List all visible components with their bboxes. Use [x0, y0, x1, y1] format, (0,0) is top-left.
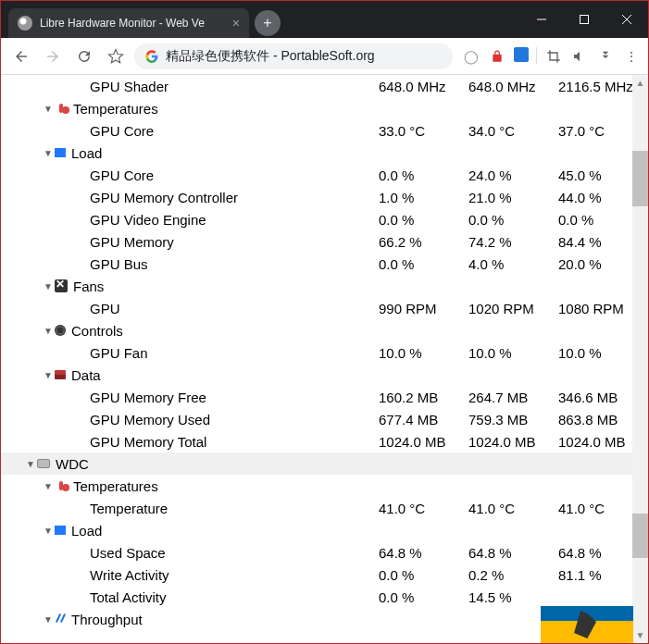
thermo-icon [59, 104, 63, 113]
expand-chevron-icon[interactable]: ▼ [42, 526, 55, 536]
row-label: GPU [90, 301, 120, 316]
row-label: GPU Memory Free [90, 390, 206, 405]
row-label: Throughput [71, 612, 143, 627]
row-label: GPU Bus [90, 256, 148, 272]
value-cell: 0.0 % [379, 212, 468, 228]
tree-row[interactable]: GPU Memory Used677.4 MB759.3 MB863.8 MB [1, 408, 648, 430]
tree-row[interactable]: Temperature41.0 °C41.0 °C41.0 °C [1, 497, 648, 519]
chevrons-icon[interactable] [596, 47, 615, 66]
value-cell: 33.0 °C [379, 123, 468, 139]
crop-icon[interactable] [544, 47, 563, 66]
tree-row[interactable]: Used Space64.8 %64.8 %64.8 % [1, 541, 648, 564]
thermo-icon [59, 481, 63, 490]
new-tab-button[interactable]: + [255, 10, 281, 36]
tree-row[interactable]: Write Activity0.0 %0.2 %81.1 % [1, 564, 648, 586]
browser-toolbar: 精品绿色便携软件 - PortableSoft.org ◯ ⋮ [1, 38, 648, 75]
maximize-button[interactable] [563, 1, 605, 38]
scrollbar[interactable]: ▲ ▼ [632, 75, 648, 643]
tree-row[interactable]: GPU Memory66.2 %74.2 %84.4 % [1, 230, 648, 253]
tree-row[interactable]: ▼WDC [1, 452, 648, 475]
extension-icon[interactable] [514, 47, 529, 62]
row-label: Controls [71, 323, 123, 339]
row-label: Write Activity [90, 567, 169, 583]
value-cell: 0.0 % [379, 567, 468, 583]
tree-row[interactable]: GPU Fan10.0 %10.0 %10.0 % [1, 341, 648, 364]
tree-row[interactable]: GPU Memory Free160.2 MB264.7 MB346.6 MB [1, 386, 648, 408]
address-text: 精品绿色便携软件 - PortableSoft.org [166, 48, 375, 65]
expand-chevron-icon[interactable]: ▼ [42, 326, 55, 336]
value-cell: 64.8 % [468, 545, 558, 561]
bookmark-star-icon[interactable] [103, 43, 129, 69]
value-cell: 990 RPM [379, 301, 468, 316]
expand-chevron-icon[interactable]: ▼ [42, 104, 55, 114]
tree-row[interactable]: GPU Core33.0 °C34.0 °C37.0 °C [1, 119, 648, 142]
tree-row[interactable]: ▼Controls [1, 319, 648, 341]
back-button[interactable] [8, 43, 34, 69]
value-cell: 34.0 °C [468, 123, 558, 139]
tree-row[interactable]: GPU Core0.0 %24.0 %45.0 % [1, 164, 648, 186]
value-cell: 41.0 °C [379, 501, 468, 516]
titlebar: Libre Hardware Monitor - Web Ve × + [1, 1, 648, 38]
sound-icon[interactable] [570, 47, 589, 66]
tree-row[interactable]: ▼Fans [1, 275, 648, 297]
tree-row[interactable]: GPU990 RPM1020 RPM1080 RPM [1, 297, 648, 319]
value-cell: 10.0 % [379, 345, 468, 361]
row-label: Temperatures [73, 478, 158, 494]
expand-chevron-icon[interactable]: ▼ [42, 148, 55, 158]
value-cell: 41.0 °C [468, 501, 558, 516]
tab-title: Libre Hardware Monitor - Web Ve [40, 17, 225, 30]
reload-button[interactable] [71, 43, 97, 69]
row-label: GPU Memory Total [90, 434, 206, 450]
tree-row[interactable]: ▼Data [1, 364, 648, 386]
row-label: Data [71, 367, 101, 383]
expand-chevron-icon[interactable]: ▼ [42, 370, 55, 380]
expand-chevron-icon[interactable]: ▼ [42, 281, 55, 291]
row-label: WDC [56, 456, 89, 472]
value-cell: 14.5 % [468, 589, 558, 605]
forward-button[interactable] [40, 43, 66, 69]
value-cell: 0.0 % [379, 256, 468, 272]
value-cell: 0.0 % [379, 589, 468, 605]
lock-icon[interactable] [488, 47, 506, 66]
scroll-up-arrow[interactable]: ▲ [632, 75, 648, 91]
tab-close-icon[interactable]: × [232, 16, 240, 31]
window-controls [520, 1, 648, 38]
menu-icon[interactable]: ⋮ [622, 47, 641, 66]
tree-row[interactable]: ▼Temperatures [1, 475, 648, 497]
row-label: Used Space [90, 545, 166, 561]
value-cell: 677.4 MB [379, 412, 468, 427]
scrollbar-thumb[interactable] [632, 151, 648, 206]
minimize-button[interactable] [520, 1, 563, 38]
tree-row[interactable]: Total Activity0.0 %14.5 % [1, 586, 648, 608]
value-cell: 0.2 % [468, 567, 558, 583]
cookie-icon[interactable]: ◯ [462, 47, 481, 66]
expand-chevron-icon[interactable]: ▼ [24, 459, 37, 469]
favicon [18, 16, 32, 31]
thru-icon [55, 613, 66, 625]
tree-row[interactable]: GPU Shader648.0 MHz648.0 MHz2116.5 MHz [1, 75, 648, 97]
svg-rect-1 [580, 16, 589, 24]
tree-row[interactable]: GPU Bus0.0 %4.0 %20.0 % [1, 253, 648, 275]
tree-row[interactable]: GPU Video Engine0.0 %0.0 %0.0 % [1, 208, 648, 230]
divider [536, 47, 537, 64]
window-close-button[interactable] [605, 1, 648, 38]
tree-row[interactable]: ▼Load [1, 142, 648, 164]
row-label: GPU Shader [90, 79, 168, 94]
row-label: GPU Memory [90, 234, 174, 250]
hdd-icon [37, 459, 50, 468]
expand-chevron-icon[interactable]: ▼ [42, 481, 55, 491]
browser-tab[interactable]: Libre Hardware Monitor - Web Ve × [8, 8, 249, 38]
row-label: GPU Fan [90, 345, 148, 361]
tree-row[interactable]: GPU Memory Total1024.0 MB1024.0 MB1024.0… [1, 430, 648, 452]
scroll-down-arrow[interactable]: ▼ [632, 627, 648, 643]
tree-row[interactable]: ▼Load [1, 519, 648, 541]
content-area: GPU Shader648.0 MHz648.0 MHz2116.5 MHz▼T… [1, 75, 648, 643]
row-label: GPU Memory Used [90, 412, 210, 427]
scrollbar-thumb[interactable] [632, 514, 648, 558]
load-icon [55, 148, 66, 157]
address-bar[interactable]: 精品绿色便携软件 - PortableSoft.org [134, 43, 453, 69]
tree-row[interactable]: GPU Memory Controller1.0 %21.0 %44.0 % [1, 186, 648, 208]
expand-chevron-icon[interactable]: ▼ [42, 614, 55, 625]
tree-row[interactable]: ▼Temperatures [1, 97, 648, 119]
value-cell: 648.0 MHz [468, 79, 558, 94]
